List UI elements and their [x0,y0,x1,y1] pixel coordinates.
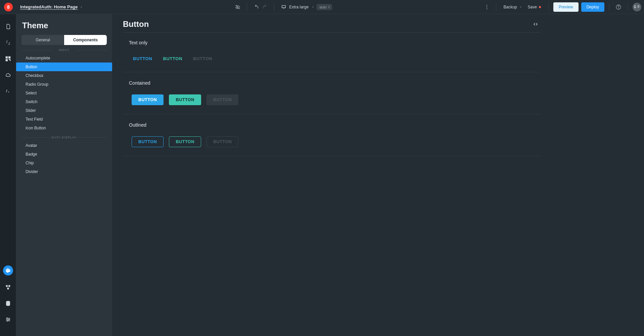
svg-rect-5 [6,56,7,58]
page-title: Button [123,19,149,29]
svg-point-13 [7,320,8,321]
backup-label: Backup [504,5,517,9]
main-panel: Button Text onlyBUTTONBUTTONBUTTONContai… [112,14,644,336]
section-title: Text only [129,40,540,45]
demo-text-disabled-button: BUTTON [192,54,214,63]
sidebar-item-icon-button[interactable]: Icon Button [16,124,112,132]
sidebar-item-divider[interactable]: Divider [16,167,112,176]
section-title: Contained [129,80,540,86]
theme-icon[interactable] [3,265,13,276]
save-label: Save [528,5,537,9]
svg-point-1 [486,6,487,7]
sidebar-item-switch[interactable]: Switch [16,97,112,106]
tab-general[interactable]: General [21,35,64,45]
demo-contained-primary-button[interactable]: BUTTON [132,94,164,105]
sidebar-tabs: General Components [21,35,107,45]
topbar: 8 IntegratedAuth: Home Page Extra large … [0,0,644,14]
demo-outlined-primary-button[interactable]: BUTTON [132,136,164,147]
sidebar-item-autocomplete[interactable]: Autocomplete [16,54,112,62]
app-logo[interactable]: 8 [4,3,13,11]
pages-icon[interactable] [4,22,12,31]
settings-sliders-icon[interactable] [4,315,12,324]
preview-button[interactable]: Preview [553,2,579,12]
svg-text:…: … [7,42,9,44]
theme-sidebar: Theme General Components INPUTAutocomple… [16,14,112,336]
button-row: BUTTONBUTTONBUTTON [132,136,540,147]
chevron-down-icon [519,5,522,9]
logo-text: 8 [7,4,10,10]
demo-contained-secondary-button[interactable]: BUTTON [169,94,201,105]
demo-contained-disabled-button: BUTTON [206,94,238,105]
zoom-value: auto [319,5,326,9]
section-title: Outlined [129,122,540,128]
demo-text-secondary-button[interactable]: BUTTON [162,54,184,63]
left-rail: … fx [0,14,16,336]
svg-point-12 [8,319,9,320]
chevron-down-icon [311,5,315,9]
svg-point-3 [618,8,619,9]
undo-icon[interactable] [252,3,261,11]
sidebar-item-radio-group[interactable]: Radio Group [16,80,112,89]
assets-icon[interactable] [4,283,12,292]
functions-icon[interactable]: fx [4,87,12,95]
sidebar-item-button[interactable]: Button [16,62,112,71]
sidebar-item-slider[interactable]: Slider [16,106,112,115]
sidebar-item-avatar[interactable]: Avatar [16,141,112,150]
user-avatar[interactable]: E F [633,3,641,11]
tab-components[interactable]: Components [64,35,107,45]
help-icon[interactable] [614,3,623,11]
sidebar-item-text-field[interactable]: Text Field [16,115,112,124]
layers-icon[interactable] [4,54,12,63]
more-icon[interactable] [482,3,491,11]
save-button[interactable]: Save [525,3,544,11]
viewport-label: Extra large [289,5,309,9]
unsaved-indicator [539,6,541,8]
demo-text-primary-button[interactable]: BUTTON [132,54,154,63]
viewport-picker[interactable]: Extra large [279,4,317,10]
breadcrumb[interactable]: IntegratedAuth: Home Page [20,4,83,9]
sidebar-title: Theme [22,21,106,30]
divider [123,156,540,156]
divider [123,114,540,114]
svg-text:f: f [6,89,8,93]
state-icon[interactable]: … [4,38,12,47]
deploy-button[interactable]: Deploy [581,2,604,12]
sidebar-item-chip[interactable]: Chip [16,159,112,167]
chevron-up-icon [80,5,83,9]
redo-icon[interactable] [261,3,269,11]
button-row: BUTTONBUTTONBUTTON [132,94,540,105]
breadcrumb-text: IntegratedAuth: Home Page [20,4,78,9]
sidebar-item-badge[interactable]: Badge [16,150,112,159]
demo-outlined-disabled-button: BUTTON [206,136,238,147]
svg-rect-6 [8,56,10,58]
svg-point-0 [486,5,487,5]
cloud-icon[interactable] [4,71,12,79]
zoom-stepper[interactable]: auto ▲▼ [317,4,332,10]
data-icon[interactable] [4,299,12,308]
demo-outlined-secondary-button[interactable]: BUTTON [169,136,201,147]
svg-text:x: x [8,91,9,93]
sidebar-group-header: DATA DISPLAY [21,136,107,139]
divider [123,72,540,72]
avatar-initials: E F [634,5,640,9]
svg-rect-7 [6,59,7,61]
button-row: BUTTONBUTTONBUTTON [132,54,540,63]
sidebar-item-select[interactable]: Select [16,89,112,97]
svg-point-11 [6,318,7,319]
svg-point-2 [486,8,487,9]
stepper-arrows: ▲▼ [328,5,330,9]
backup-button[interactable]: Backup [501,3,525,11]
code-toggle-icon[interactable] [531,20,540,29]
visibility-off-icon[interactable] [233,3,242,11]
sidebar-item-checkbox[interactable]: Checkbox [16,71,112,80]
sidebar-group-header: INPUT [21,48,107,52]
monitor-icon [281,4,286,10]
